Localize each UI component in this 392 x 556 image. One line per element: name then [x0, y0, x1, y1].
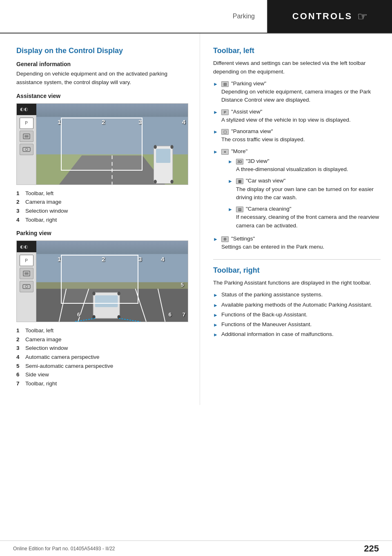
assist-view-desc: A stylized view of the vehicle in top vi… — [221, 116, 381, 124]
svg-point-12 — [154, 180, 157, 183]
svg-rect-15 — [24, 272, 29, 275]
toolbar-right-intro: The Parking Assistant functions are disp… — [213, 279, 381, 287]
settings-icon-box: ⚙ — [221, 235, 229, 243]
diag-p-num-6b: 6 — [169, 311, 172, 318]
svg-point-17 — [25, 285, 28, 288]
svg-rect-9 — [156, 149, 170, 163]
list-item: 3Selection window — [16, 344, 188, 353]
parking-items-list: 1Toolbar, left 2Camera image 3Selection … — [16, 326, 188, 388]
settings-label: "Settings" — [231, 235, 255, 243]
parking-icon-2: P — [20, 255, 33, 266]
list-item: 4Toolbar, right — [16, 216, 188, 225]
general-info-title: General information — [16, 61, 188, 67]
toolbar-right-items-list: ► Status of the parking assistance syste… — [213, 291, 381, 338]
toolbar-right-item: ► Functions of the Maneuver Assistant. — [213, 320, 381, 329]
parking-view-desc: Depending on vehicle equipment, camera i… — [221, 88, 381, 105]
settings-icon: ⚙ — [221, 236, 229, 242]
arrow-icon: ► — [228, 158, 234, 165]
diag-p-num-4: 4 — [161, 256, 164, 262]
main-content: Display on the Control Display General i… — [0, 33, 392, 405]
arrow-icon: ► — [213, 311, 219, 319]
list-item: 7Toolbar, right — [16, 379, 188, 388]
toolbar-right-item-text: Status of the parking assistance systems… — [221, 291, 323, 299]
assistance-items-list: 1Toolbar, left 2Camera image 3Selection … — [16, 189, 188, 224]
carwash-icon-box: ▦ — [236, 177, 243, 185]
panorama-view-icon: ▢ — [221, 129, 229, 135]
svg-point-13 — [170, 180, 173, 183]
more-subitems-list: ► 3D "3D view" A three-dimensional visua… — [228, 157, 381, 233]
more-icon: ≡ — [221, 149, 229, 155]
toolbar-right-item-text: Additional information in case of malfun… — [221, 330, 334, 338]
3d-icon-box: 3D — [236, 157, 243, 165]
top-view-icon — [20, 131, 33, 142]
assistance-view-title: Assistance view — [16, 93, 188, 99]
camera-cleaning-desc: If necessary, cleaning of the front came… — [236, 213, 381, 230]
toolbar-item-settings: ► ⚙ "Settings" Settings can be entered i… — [213, 235, 381, 253]
diag-p-num-5: 5 — [181, 282, 184, 288]
toolbar-right-item-text: Functions of the Back-up Assistant. — [221, 311, 307, 319]
arrow-icon: ► — [213, 109, 219, 116]
more-label: "More" — [231, 147, 247, 156]
list-item: 2Camera image — [16, 198, 188, 207]
top-view-icon-2 — [20, 268, 33, 279]
3d-view-icon: 3D — [236, 159, 243, 165]
toolbar-right-item: ► Functions of the Back-up Assistant. — [213, 311, 381, 319]
3d-view-label: "3D view" — [246, 157, 270, 165]
toolbar-right-item: ► Available parking methods of the Autom… — [213, 301, 381, 309]
subitem-camera-cleaning: ► ▤ "Camera cleaning" If necessary, clea… — [228, 205, 381, 231]
arrow-icon: ► — [213, 80, 219, 88]
toolbar-right-item: ► Additional information in case of malf… — [213, 330, 381, 338]
arrow-icon: ► — [213, 236, 219, 243]
arrow-icon: ► — [213, 331, 219, 338]
svg-point-11 — [170, 145, 173, 149]
3d-view-desc: A three-dimensional visualization is dis… — [236, 165, 381, 173]
left-toolbar-icons: P — [17, 115, 36, 185]
arrow-icon: ► — [228, 178, 234, 185]
page-header: Parking CONTROLS ☞ — [0, 0, 392, 33]
settings-desc: Settings can be entered in the Park menu… — [221, 243, 381, 251]
parking-view-icon: ▤ — [221, 81, 229, 87]
svg-point-10 — [154, 145, 157, 149]
assist-view-label: "Assist view" — [231, 108, 262, 116]
parking-view-title: Parking view — [16, 230, 188, 236]
camera-icon — [20, 144, 33, 155]
toolbar-item-assist: ► P "Assist view" A stylized view of the… — [213, 108, 381, 126]
arrow-icon: ► — [213, 291, 219, 299]
footer-online-text: Online Edition for Part no. 01405A54493 … — [13, 546, 115, 552]
toolbar-right-item: ► Status of the parking assistance syste… — [213, 291, 381, 299]
diag-dots-2: ◐◐ — [20, 244, 28, 249]
assistance-camera-image: 1 2 3 4 — [36, 104, 188, 185]
left-column: Display on the Control Display General i… — [0, 33, 200, 405]
diag-sensor-icon: ◐◐ — [20, 107, 28, 112]
svg-rect-1 — [24, 135, 29, 138]
toolbar-left-title: Toolbar, left — [213, 47, 381, 55]
carwash-view-label: "Car wash view" — [246, 177, 285, 185]
display-title: Display on the Control Display — [16, 47, 188, 55]
diag-num-4: 4 — [182, 118, 185, 125]
list-item: 5Semi-automatic camera perspective — [16, 362, 188, 371]
toolbar-item-more: ► ≡ "More" ► 3D "3D view" A three-dimens… — [213, 147, 381, 233]
list-item: 2Camera image — [16, 335, 188, 344]
diag-p-num-3: 3 — [138, 256, 142, 262]
panorama-icon-box: ▢ — [221, 127, 229, 136]
parking-icon: P — [20, 118, 33, 129]
assist-view-icon: P — [221, 109, 229, 115]
general-info-text: Depending on vehicle equipment and on th… — [16, 70, 188, 87]
diag-dots: ◐◐ — [20, 107, 28, 112]
parking-view-label: "Parking view" — [231, 80, 266, 88]
footer-page-number: 225 — [364, 543, 379, 554]
parking-selection-window — [61, 255, 138, 304]
list-item: 1Toolbar, left — [16, 189, 188, 198]
right-column: Toolbar, left Different views and settin… — [200, 33, 392, 405]
diag-sensor-icon-2: ◐◐ — [20, 244, 28, 249]
parking-camera-image: 1 2 3 4 5 6 6 7 — [36, 241, 188, 322]
toolbar-item-parking: ► ▤ "Parking view" Depending on vehicle … — [213, 80, 381, 106]
camera-cleaning-label: "Camera cleaning" — [246, 205, 292, 213]
svg-point-3 — [25, 148, 28, 151]
diag-p-num-6a: 6 — [77, 311, 80, 318]
camera-icon-2 — [20, 281, 33, 292]
hand-icon: ☞ — [357, 10, 368, 23]
assistance-view-diagram: ◐◐ ((P)) P — [16, 103, 188, 185]
header-controls-section: CONTROLS ☞ — [268, 0, 392, 33]
list-item: 1Toolbar, left — [16, 326, 188, 335]
